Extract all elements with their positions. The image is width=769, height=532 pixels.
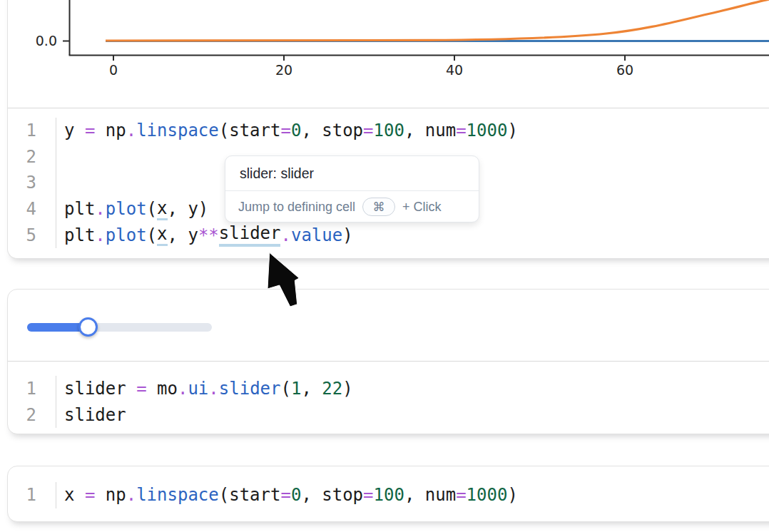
code-token: , y [168,225,198,245]
line-number: 2 [8,147,56,167]
code-token: , num [404,121,456,140]
code-token: = [280,121,290,140]
code-text: plt.plot(x, y**slider.value) [56,222,769,248]
code-token: ) [342,225,352,245]
code-token: = [280,485,290,505]
code-token: x [64,485,85,505]
code-token: 100 [374,485,404,505]
code-token: = [363,121,373,140]
code-line[interactable]: 1slider = mo.ui.slider(1, 22) [8,376,769,402]
code-token: 100 [374,121,404,140]
code-line[interactable]: 5plt.plot(x, y**slider.value) [8,222,769,248]
linked-identifier[interactable]: x [157,224,167,246]
code-token: linspace [136,485,219,505]
code-token: ui [188,379,208,399]
code-token: . [95,199,105,219]
code-token: . [126,121,136,140]
code-token: np [95,485,126,505]
code-token: plt [64,225,95,245]
code-token: ( [147,199,157,219]
code-text: slider [56,402,769,429]
code-line[interactable]: 1x = np.linspace(start=0, stop=100, num=… [8,482,769,508]
code-token: . [280,225,290,245]
tooltip-shortcut-suffix: + Click [402,200,442,215]
code-token: plot [106,225,147,245]
code-token: np [95,121,126,140]
code-token: . [178,379,188,399]
hovered-identifier[interactable]: slider [219,223,281,247]
code-token: . [126,485,136,505]
code-token: 1 [291,379,301,399]
code-token: 0 [291,485,301,505]
code-token: = [456,485,466,505]
code-token: ) [507,121,517,140]
code-token: , [301,379,322,399]
cell-output-plot [8,0,769,108]
line-number: 1 [8,379,56,399]
code-token: slider [64,405,126,425]
code-token: . [95,225,105,245]
code-token: 22 [322,379,342,399]
code-token: = [136,379,146,399]
code-text: y = np.linspace(start=0, stop=100, num=1… [56,118,769,144]
code-token: ** [198,225,219,245]
cell-output-slider [8,290,769,362]
line-number: 1 [8,485,56,505]
code-text: x = np.linspace(start=0, stop=100, num=1… [56,482,769,508]
code-token: y [64,121,85,140]
code-token: (start [219,485,281,505]
code-token: = [363,485,373,505]
code-token: , stop [301,485,363,505]
slider-handle[interactable] [78,317,98,337]
line-number: 1 [8,121,56,140]
code-token: = [85,121,95,140]
code-token: (start [219,121,281,140]
code-token: mo [147,379,178,399]
line-number: 5 [8,225,56,245]
code-token: slider [219,379,281,399]
code-token: = [456,121,466,140]
code-token: , y) [168,199,209,219]
notebook-cell-x: 1x = np.linspace(start=0, stop=100, num=… [7,466,769,522]
code-token: value [291,225,342,245]
code-token: 0 [291,121,301,140]
code-token: = [85,485,95,505]
code-token: ) [507,485,517,505]
slider-track[interactable] [27,323,212,332]
code-token: 1000 [467,121,508,140]
code-token: linspace [136,121,219,140]
notebook-cell-slider: 1slider = mo.ui.slider(1, 22)2slider [7,289,769,434]
code-line[interactable]: 2slider [8,402,769,429]
code-token: plot [106,199,147,219]
code-token: , stop [301,121,363,140]
code-token: ( [280,379,290,399]
code-editor[interactable]: 1x = np.linspace(start=0, stop=100, num=… [8,466,769,508]
code-token: , num [404,485,456,505]
line-number: 3 [8,173,56,193]
linked-identifier[interactable]: x [157,198,167,220]
code-editor[interactable]: 1slider = mo.ui.slider(1, 22)2slider [8,362,769,428]
code-token: ( [147,225,157,245]
code-line[interactable]: 1y = np.linspace(start=0, stop=100, num=… [8,118,769,144]
code-text: slider = mo.ui.slider(1, 22) [56,376,769,402]
code-token: plt [64,199,95,219]
tooltip-action-label: Jump to defining cell [238,200,355,215]
code-token: slider [64,379,136,399]
code-token: ) [342,379,352,399]
command-key-icon: ⌘ [362,198,395,216]
code-token: . [208,379,218,399]
variable-tooltip: slider: slider Jump to defining cell ⌘ +… [225,155,479,222]
line-number: 4 [8,199,56,219]
code-token: 1000 [467,485,508,505]
tooltip-title: slider: slider [225,156,479,191]
line-number: 2 [8,405,56,425]
